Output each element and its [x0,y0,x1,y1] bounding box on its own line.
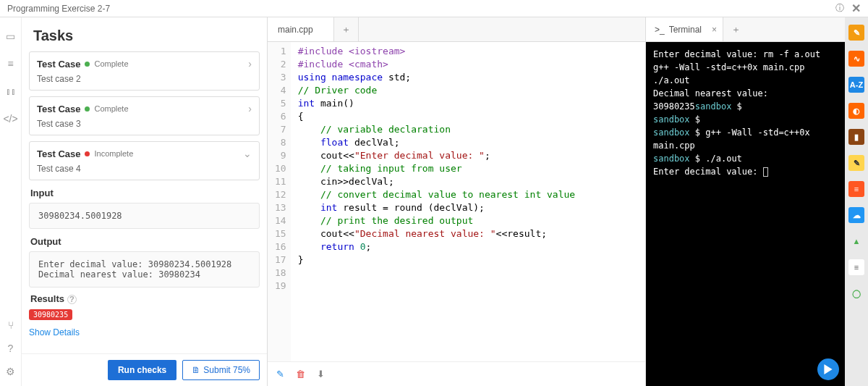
tool-icon[interactable]: ≡ [848,259,864,275]
list-icon[interactable]: ≡ [7,58,13,70]
page-title: Programming Exercise 2-7 [7,4,110,14]
input-box: 30980234.5001928 [29,203,260,229]
show-details-link[interactable]: Show Details [29,327,260,337]
tool-icon[interactable]: ✎ [848,155,864,171]
tool-icon[interactable]: ≡ [848,181,864,197]
test-case-card[interactable]: Test Case Complete ›Test case 3 [29,96,260,135]
tool-icon[interactable]: ◯ [848,285,864,301]
terminal-icon: >_ [655,25,665,35]
test-case-card[interactable]: Test Case Complete ›Test case 2 [29,51,260,91]
result-badge: 30980235 [29,309,72,320]
chart-icon[interactable]: ⫾⫾ [6,85,16,97]
tool-icon[interactable]: ✎ [848,25,864,41]
output-label: Output [30,236,258,247]
editor-tab-main[interactable]: main.cpp [268,17,334,41]
tool-icon[interactable]: ∿ [848,51,864,67]
tasks-panel: Tasks Test Case Complete ›Test case 2Tes… [22,17,268,386]
info-icon[interactable]: ⓘ [835,2,844,14]
title-bar: Programming Exercise 2-7 ⓘ ✕ [0,0,868,17]
gear-icon[interactable]: ⚙ [6,366,15,377]
run-checks-button[interactable]: Run checks [108,360,176,380]
code-editor[interactable]: 12345678910111213141516171819 #include <… [268,42,645,361]
editor-add-tab[interactable]: ＋ [334,17,359,41]
book-icon[interactable]: ▭ [6,30,15,42]
tool-icon[interactable]: ☁ [848,207,864,223]
tool-icon[interactable]: ▮ [848,129,864,145]
code-icon[interactable]: </> [3,113,17,125]
file-icon: 🗎 [192,365,200,375]
pencil-icon[interactable]: ✎ [276,369,284,379]
close-icon[interactable]: ✕ [851,1,861,15]
terminal-panel: >_ Terminal × ＋ Enter decimal value: rm … [646,17,845,386]
input-label: Input [30,188,258,198]
share-icon[interactable]: ⑂ [8,319,14,331]
tasks-header: Tasks [22,17,267,51]
help-results-icon[interactable]: ? [67,295,77,304]
submit-button[interactable]: 🗎Submit 75% [182,360,260,380]
terminal-close-icon[interactable]: × [712,25,717,35]
tool-icon[interactable]: ▲ [848,233,864,249]
tool-icon[interactable]: A-Z [848,77,864,93]
terminal-tab[interactable]: >_ Terminal × [646,17,723,41]
output-box: Enter decimal value: 30980234.5001928 De… [29,251,260,288]
download-icon[interactable]: ⬇ [317,369,325,379]
terminal-body[interactable]: Enter decimal value: rm -f a.outg++ -Wal… [646,42,845,386]
help-icon[interactable]: ? [8,343,14,354]
right-tool-bar: ✎∿A-Z◐▮✎≡☁▲≡◯ [845,17,868,386]
left-sidebar: ▭ ≡ ⫾⫾ </> ⑂ ? ⚙ [0,17,22,386]
run-button[interactable] [817,358,839,380]
test-case-card[interactable]: Test Case Incomplete ⌄Test case 4 [29,141,260,180]
terminal-add-tab[interactable]: ＋ [723,17,748,41]
trash-icon[interactable]: 🗑 [296,369,305,379]
editor-panel: main.cpp ＋ 12345678910111213141516171819… [268,17,646,386]
results-label: Results? [30,293,258,304]
tool-icon[interactable]: ◐ [848,103,864,119]
